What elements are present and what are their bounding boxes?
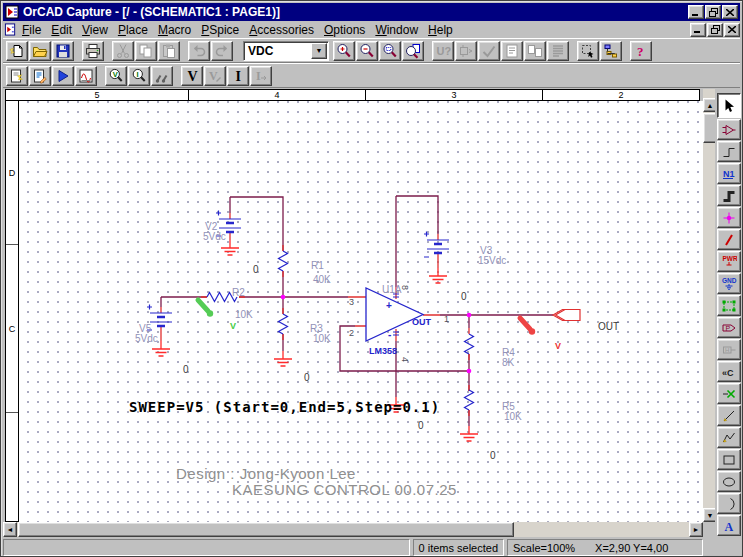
place-bus-button[interactable] xyxy=(717,185,741,206)
place-bus-entry-button[interactable] xyxy=(717,229,741,250)
enable-bias-voltage-display-button[interactable]: V xyxy=(181,66,203,86)
place-rectangle-button[interactable] xyxy=(717,449,741,470)
menu-edit[interactable]: Edit xyxy=(46,22,77,38)
save-document-button[interactable] xyxy=(52,41,74,61)
offpage-connector-out[interactable] xyxy=(553,310,580,321)
place-net-alias-button[interactable]: N1 xyxy=(717,163,741,184)
zoom-all-button[interactable] xyxy=(402,41,424,61)
zoom-in-button[interactable] xyxy=(333,41,355,61)
r1-value[interactable]: 40K xyxy=(313,275,331,285)
menu-macro[interactable]: Macro xyxy=(153,22,196,38)
menu-file[interactable]: File xyxy=(17,22,46,38)
v3-value[interactable]: 15Vdc xyxy=(478,256,506,266)
schematic-canvas[interactable]: V25Vdc0R140KR210KR310KV55Vdc00VU1A83214+… xyxy=(19,101,703,522)
minimize-button[interactable] xyxy=(690,23,706,37)
menu-place[interactable]: Place xyxy=(113,22,153,38)
restore-button[interactable] xyxy=(707,23,723,37)
menu-accessories[interactable]: Accessories xyxy=(244,22,319,38)
zoom-out-button[interactable] xyxy=(356,41,378,61)
run-pspice-button[interactable] xyxy=(52,66,74,86)
voltage-differential-marker-button[interactable] xyxy=(151,66,173,86)
menu-window[interactable]: Window xyxy=(370,22,423,38)
v2-gnd-net[interactable]: 0 xyxy=(253,265,259,275)
part-search-combo[interactable]: VDC▼ xyxy=(243,41,329,61)
u1a-pin8-num[interactable]: 8 xyxy=(400,285,409,290)
open-document-button[interactable] xyxy=(29,41,51,61)
place-power-button[interactable]: PWR xyxy=(717,251,741,272)
place-line-button[interactable] xyxy=(717,405,741,426)
new-simulation-profile-button[interactable] xyxy=(6,66,28,86)
place-ellipse-button[interactable] xyxy=(717,471,741,492)
orcad-app-icon[interactable] xyxy=(5,5,19,19)
menu-options[interactable]: Options xyxy=(319,22,370,38)
select-tool-button[interactable] xyxy=(717,93,741,118)
place-part-button[interactable] xyxy=(717,119,741,140)
u1a-pin3-num[interactable]: 3 xyxy=(349,298,354,307)
place-text-button[interactable]: A xyxy=(717,515,741,536)
r1-ref[interactable]: R1 xyxy=(311,261,324,271)
print-button[interactable] xyxy=(82,41,104,61)
menu-pspice[interactable]: PSpice xyxy=(196,22,244,38)
voltage-probe-red[interactable] xyxy=(520,318,535,335)
design-credit-2[interactable]: KAESUNG CONTROL 00.07.25 xyxy=(232,482,457,497)
u1a-out-pin-label[interactable]: OUT xyxy=(412,318,431,327)
close-button[interactable] xyxy=(722,5,738,19)
view-simulation-results-button[interactable] xyxy=(75,66,97,86)
zoom-area-button[interactable] xyxy=(379,41,401,61)
u1a-plus[interactable]: + xyxy=(386,301,392,311)
restore-button[interactable] xyxy=(705,5,721,19)
current-marker-button[interactable]: I xyxy=(128,66,150,86)
v2-value[interactable]: 5Vdc xyxy=(203,232,226,242)
menu-help[interactable]: Help xyxy=(423,22,458,38)
voltage-probe-green[interactable] xyxy=(198,300,213,317)
place-arc-button[interactable] xyxy=(717,493,741,514)
v3-gnd-net[interactable]: 0 xyxy=(461,292,467,302)
green-probe-label[interactable]: V xyxy=(230,322,236,331)
edit-simulation-profile-button[interactable] xyxy=(29,66,51,86)
place-off-page-connector-button[interactable]: «C xyxy=(717,361,741,382)
red-probe-label[interactable]: V xyxy=(555,342,561,351)
r5-value[interactable]: 10K xyxy=(504,412,522,422)
place-hierarchical-block-button[interactable] xyxy=(717,295,741,316)
h-scroll-thumb[interactable] xyxy=(18,522,514,537)
snap-to-grid-button[interactable] xyxy=(577,41,599,61)
close-button[interactable] xyxy=(724,23,740,37)
chevron-down-icon[interactable]: ▼ xyxy=(311,43,327,59)
schematic-page-icon[interactable] xyxy=(3,23,17,37)
u1a-part-value[interactable]: LM358 xyxy=(369,347,397,356)
voltage-marker-button[interactable]: V xyxy=(105,66,127,86)
help-button[interactable]: ? xyxy=(630,41,652,61)
u1a-pin2-num[interactable]: 2 xyxy=(349,329,354,338)
place-hierarchical-port-button[interactable]: P xyxy=(717,317,741,338)
r2-ref[interactable]: R2 xyxy=(232,288,245,298)
scroll-right-icon[interactable]: ► xyxy=(689,522,703,537)
r2-value[interactable]: 10K xyxy=(235,310,253,320)
r3-gnd-net[interactable]: 0 xyxy=(304,373,310,383)
sweep-annotation[interactable]: SWEEP=V5 (Start=0,End=5,Step=0.1) xyxy=(129,400,440,414)
place-junction-button[interactable] xyxy=(717,207,741,228)
new-document-button[interactable] xyxy=(6,41,28,61)
opamp-u1a[interactable] xyxy=(366,288,423,341)
v5-value[interactable]: 5Vdc xyxy=(135,334,158,344)
place-no-connect-button[interactable] xyxy=(717,383,741,404)
menu-view[interactable]: View xyxy=(77,22,113,38)
u1a-pin1-num[interactable]: 1 xyxy=(444,315,449,324)
enable-bias-current-display-button[interactable]: I xyxy=(227,66,249,86)
r4-value[interactable]: 8K xyxy=(502,358,514,368)
v5-gnd-net[interactable]: 0 xyxy=(183,365,189,375)
place-wire-button[interactable] xyxy=(717,141,741,162)
out-port-label[interactable]: OUT xyxy=(598,322,619,332)
minimize-button[interactable] xyxy=(688,5,704,19)
h-scrollbar[interactable]: ◄ ► xyxy=(3,522,703,537)
design-credit-1[interactable]: Design : Jong-Kyoon Lee xyxy=(176,466,356,481)
place-ground-button[interactable]: GND xyxy=(717,273,741,294)
u1a-minus[interactable]: - xyxy=(388,330,391,340)
r5-gnd-net[interactable]: 0 xyxy=(490,451,496,461)
u1a-pin4-gnd-net[interactable]: 0 xyxy=(418,421,424,431)
project-manager-button[interactable] xyxy=(600,41,622,61)
u1a-pin4-num[interactable]: 4 xyxy=(400,357,409,362)
place-polyline-button[interactable] xyxy=(717,427,741,448)
u1a-ref[interactable]: U1A xyxy=(382,285,401,295)
r3-value[interactable]: 10K xyxy=(313,334,331,344)
scroll-left-icon[interactable]: ◄ xyxy=(3,522,17,537)
